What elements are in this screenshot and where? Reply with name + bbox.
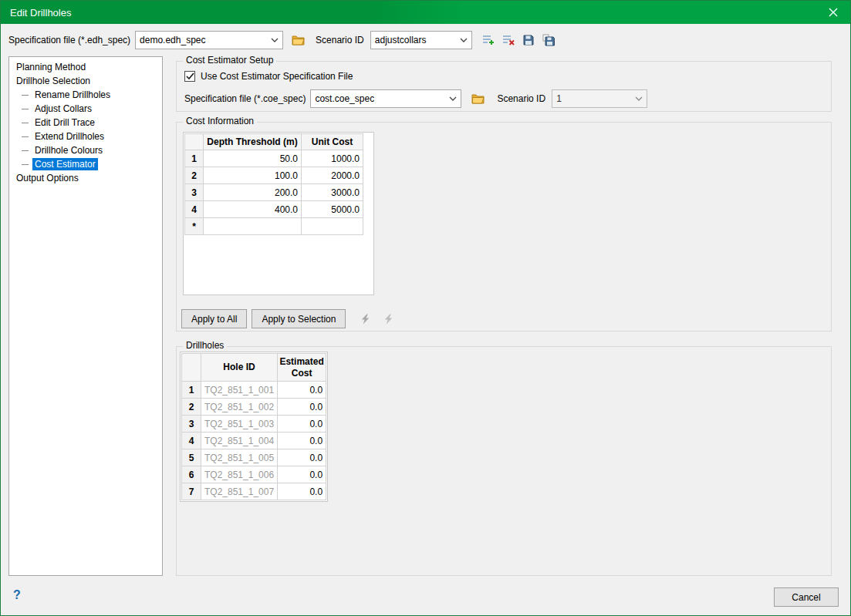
- col-unit-cost[interactable]: Unit Cost: [302, 134, 363, 150]
- hole-id-cell[interactable]: TQ2_851_1_007: [201, 483, 278, 500]
- depth-threshold-cell[interactable]: 200.0: [204, 184, 302, 201]
- apply-flash-alt-button[interactable]: [380, 311, 397, 328]
- cost-information-group: Cost Information Depth Threshold (m) Uni…: [176, 122, 832, 332]
- new-scenario-button[interactable]: [480, 32, 497, 49]
- row-header[interactable]: 2: [182, 399, 201, 416]
- table-row: 1 50.0 1000.0: [185, 150, 363, 167]
- close-button[interactable]: [816, 1, 850, 24]
- hole-id-cell[interactable]: TQ2_851_1_002: [201, 399, 278, 416]
- row-header[interactable]: 4: [185, 201, 204, 218]
- sidebar: Planning Method Drillhole Selection Rena…: [8, 56, 163, 576]
- row-header[interactable]: 2: [185, 167, 204, 184]
- sidebar-item-extend-drillholes[interactable]: Extend Drillholes: [9, 130, 162, 143]
- col-depth-threshold[interactable]: Depth Threshold (m): [204, 134, 302, 150]
- table-row: 6 TQ2_851_1_006 0.0: [182, 466, 326, 483]
- hole-id-cell[interactable]: TQ2_851_1_004: [201, 433, 278, 449]
- tree-branch: [22, 109, 29, 109]
- apply-flash-button[interactable]: [356, 311, 373, 328]
- cost-estimator-setup-group: Cost Estimator Setup Use Cost Estimator …: [176, 61, 832, 112]
- edit-drillholes-dialog: Edit Drillholes Specification file (*.ed…: [0, 0, 851, 616]
- cost-information-title: Cost Information: [183, 116, 257, 126]
- apply-buttons-row: Apply to All Apply to Selection: [181, 309, 397, 328]
- sidebar-item-edit-drill-trace[interactable]: Edit Drill Trace: [9, 116, 162, 130]
- row-header[interactable]: 5: [182, 449, 201, 466]
- drillholes-title: Drillholes: [183, 340, 227, 351]
- unit-cost-cell[interactable]: 3000.0: [302, 184, 363, 201]
- sidebar-item-adjust-collars[interactable]: Adjust Collars: [9, 102, 162, 116]
- row-header[interactable]: 1: [185, 150, 204, 167]
- depth-threshold-cell[interactable]: 400.0: [204, 201, 302, 218]
- use-spec-checkbox-label: Use Cost Estimator Specification File: [201, 71, 353, 82]
- apply-to-selection-button[interactable]: Apply to Selection: [252, 309, 346, 328]
- row-header[interactable]: 4: [182, 433, 201, 449]
- sidebar-item-rename-drillholes[interactable]: Rename Drillholes: [9, 88, 162, 102]
- unit-cost-cell[interactable]: 1000.0: [302, 150, 363, 167]
- estimated-cost-cell[interactable]: 0.0: [278, 399, 326, 416]
- table-row: 1 TQ2_851_1_001 0.0: [182, 382, 326, 399]
- drillholes-group: Drillholes Hole ID Estimated Cost 1 TQ2_…: [176, 346, 832, 576]
- depth-threshold-cell[interactable]: 50.0: [204, 150, 302, 167]
- tree-branch: [22, 164, 29, 165]
- chevron-down-icon: [631, 90, 647, 107]
- coe-spec-file-label: Specification file (*.coe_spec): [184, 93, 306, 104]
- drillholes-table-panel: Hole ID Estimated Cost 1 TQ2_851_1_001 0…: [180, 352, 328, 502]
- sidebar-item-drillhole-selection[interactable]: Drillhole Selection: [9, 74, 162, 88]
- save-as-button[interactable]: [540, 32, 557, 49]
- chevron-down-icon: [267, 32, 282, 49]
- col-estimated-cost[interactable]: Estimated Cost: [278, 354, 326, 382]
- sidebar-item-planning-method[interactable]: Planning Method: [9, 60, 162, 74]
- coe-spec-file-combo[interactable]: cost.coe_spec: [310, 89, 461, 108]
- browse-coe-spec-button[interactable]: [469, 90, 486, 107]
- spec-file-label: Specification file (*.edh_spec): [8, 35, 130, 45]
- hole-id-cell[interactable]: TQ2_851_1_005: [201, 449, 278, 466]
- hole-id-cell[interactable]: TQ2_851_1_001: [201, 382, 278, 399]
- row-header[interactable]: 6: [182, 466, 201, 483]
- estimated-cost-cell[interactable]: 0.0: [278, 382, 326, 399]
- row-header[interactable]: 1: [182, 382, 201, 399]
- depth-threshold-cell[interactable]: [204, 218, 302, 235]
- cost-estimator-setup-title: Cost Estimator Setup: [183, 55, 276, 66]
- scenario-id-combo[interactable]: adjustcollars: [370, 31, 472, 49]
- delete-scenario-button[interactable]: [500, 32, 517, 49]
- new-scenario-icon: [482, 34, 495, 46]
- folder-icon: [471, 93, 485, 104]
- scenario-id-value: adjustcollars: [375, 35, 427, 45]
- estimated-cost-cell[interactable]: 0.0: [278, 449, 326, 466]
- sidebar-item-drillhole-colours[interactable]: Drillhole Colours: [9, 143, 162, 157]
- corner-cell: [182, 354, 201, 382]
- spec-file-value: demo.edh_spec: [140, 35, 205, 45]
- col-hole-id[interactable]: Hole ID: [201, 354, 278, 382]
- help-button[interactable]: ?: [13, 588, 21, 602]
- tree-branch: [22, 136, 29, 137]
- unit-cost-cell[interactable]: 5000.0: [302, 201, 363, 218]
- row-header[interactable]: *: [185, 218, 204, 235]
- cancel-button[interactable]: Cancel: [774, 587, 839, 607]
- top-toolbar: Specification file (*.edh_spec) demo.edh…: [1, 24, 850, 56]
- apply-to-all-button[interactable]: Apply to All: [181, 309, 247, 328]
- browse-spec-file-button[interactable]: [289, 32, 306, 49]
- table-row: 2 100.0 2000.0: [185, 167, 363, 184]
- estimated-cost-cell[interactable]: 0.0: [278, 466, 326, 483]
- row-header[interactable]: 3: [182, 416, 201, 433]
- hole-id-cell[interactable]: TQ2_851_1_006: [201, 466, 278, 483]
- estimated-cost-cell[interactable]: 0.0: [278, 483, 326, 500]
- row-header[interactable]: 3: [185, 184, 204, 201]
- row-header[interactable]: 7: [182, 483, 201, 500]
- estimated-cost-cell[interactable]: 0.0: [278, 433, 326, 449]
- sidebar-item-output-options[interactable]: Output Options: [9, 171, 162, 185]
- spec-file-combo[interactable]: demo.edh_spec: [135, 31, 283, 49]
- coe-scenario-id-combo[interactable]: 1: [552, 89, 647, 108]
- hole-id-cell[interactable]: TQ2_851_1_003: [201, 416, 278, 433]
- unit-cost-cell[interactable]: 2000.0: [302, 167, 363, 184]
- unit-cost-cell[interactable]: [302, 218, 363, 235]
- coe-scenario-id-label: Scenario ID: [497, 93, 545, 104]
- drillholes-header-row: Hole ID Estimated Cost: [182, 354, 326, 382]
- save-button[interactable]: [520, 32, 537, 49]
- table-row: 4 TQ2_851_1_004 0.0: [182, 433, 326, 449]
- estimated-cost-cell[interactable]: 0.0: [278, 416, 326, 433]
- use-spec-checkbox[interactable]: [184, 71, 195, 82]
- coe-scenario-id-value: 1: [556, 93, 562, 104]
- tree-branch: [22, 150, 29, 151]
- depth-threshold-cell[interactable]: 100.0: [204, 167, 302, 184]
- sidebar-item-cost-estimator[interactable]: Cost Estimator: [9, 157, 162, 171]
